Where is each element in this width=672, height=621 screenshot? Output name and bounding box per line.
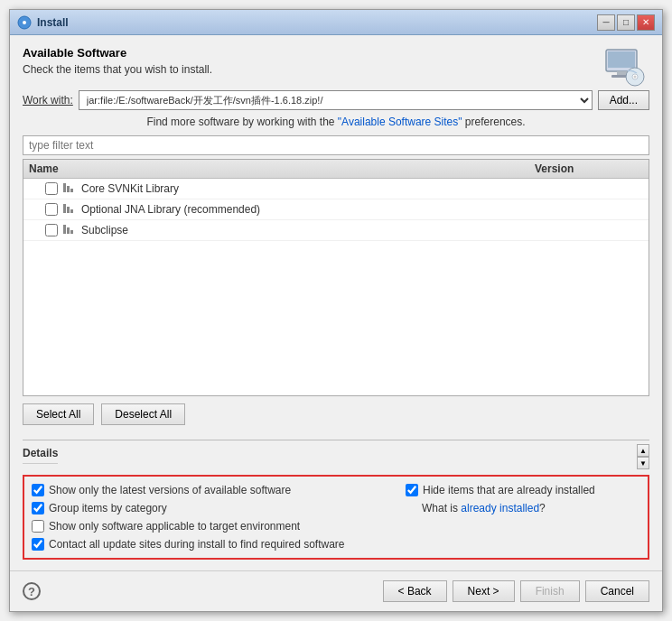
find-more-text: Find more software by working with the — [146, 116, 337, 128]
options-left-col: Show only the latest versions of availab… — [32, 484, 406, 551]
hide-installed-checkbox[interactable] — [406, 484, 418, 496]
show-applicable-label: Show only software applicable to target … — [49, 520, 300, 533]
scroll-down-button[interactable]: ▼ — [637, 457, 649, 469]
hide-installed-label: Hide items that are already installed — [423, 484, 595, 496]
section-subtitle: Check the items that you wish to install… — [23, 63, 212, 76]
window-title: Install — [37, 16, 597, 29]
option-hide-installed: Hide items that are already installed — [406, 484, 640, 496]
details-section: Details ▲ ▼ Show only the latest version… — [23, 432, 649, 560]
contact-sites-checkbox[interactable] — [32, 538, 44, 551]
option-contact-sites: Contact all update sites during install … — [32, 538, 406, 551]
contact-sites-label: Contact all update sites during install … — [49, 538, 345, 551]
row-icon-1 — [63, 183, 78, 194]
row-name-2: Optional JNA Library (recommended) — [81, 203, 535, 216]
group-items-checkbox[interactable] — [32, 502, 44, 514]
show-latest-label: Show only the latest versions of availab… — [49, 484, 291, 496]
svg-point-8 — [634, 76, 637, 79]
row-checkbox-2[interactable] — [45, 203, 58, 216]
table-row: Subclipse — [23, 220, 649, 241]
row-name-3: Subclipse — [81, 224, 535, 236]
already-installed-link[interactable]: already installed — [461, 502, 539, 514]
filter-input[interactable] — [23, 135, 649, 155]
next-button[interactable]: Next > — [453, 580, 515, 602]
cancel-button[interactable]: Cancel — [585, 580, 649, 602]
select-all-button[interactable]: Select All — [23, 403, 94, 425]
section-title: Available Software — [23, 46, 212, 60]
work-with-select[interactable]: jar:file:/E:/softwareBack/开发工作/svn插件-1.6… — [79, 90, 593, 110]
col-name-header: Name — [29, 162, 535, 175]
table-row: Core SVNKit Library — [23, 179, 649, 199]
table-row: Optional JNA Library (recommended) — [23, 199, 649, 220]
row-icon-2 — [63, 204, 78, 215]
maximize-button[interactable]: □ — [617, 14, 635, 31]
row-checkbox-3[interactable] — [45, 224, 58, 236]
what-is-installed-row: What is already installed? — [406, 502, 640, 514]
install-graphic — [599, 48, 646, 90]
window-icon — [17, 15, 32, 30]
title-bar-buttons: ─ □ ✕ — [597, 14, 655, 31]
close-button[interactable]: ✕ — [637, 14, 655, 31]
details-title: Details — [23, 447, 58, 464]
row-icon-3 — [63, 225, 78, 236]
scroll-up-button[interactable]: ▲ — [637, 444, 649, 457]
work-with-combo-wrapper: jar:file:/E:/softwareBack/开发工作/svn插件-1.6… — [79, 90, 593, 110]
row-checkbox-1[interactable] — [45, 182, 58, 195]
header-area: Available Software Check the items that … — [23, 46, 649, 135]
svg-rect-3 — [608, 51, 635, 68]
group-items-label: Group items by category — [49, 502, 167, 514]
find-more-suffix: preferences. — [462, 116, 526, 128]
work-with-label: Work with: — [23, 94, 73, 107]
col-version-header: Version — [535, 162, 643, 175]
find-more-row: Find more software by working with the "… — [23, 116, 649, 128]
what-is-text: What is already installed? — [422, 502, 546, 514]
option-show-applicable: Show only software applicable to target … — [32, 520, 406, 533]
svg-point-1 — [23, 21, 26, 24]
show-applicable-checkbox[interactable] — [32, 520, 44, 533]
footer-buttons: < Back Next > Finish Cancel — [383, 580, 649, 602]
finish-button[interactable]: Finish — [520, 580, 580, 602]
minimize-button[interactable]: ─ — [597, 14, 615, 31]
work-with-row: Work with: jar:file:/E:/softwareBack/开发工… — [23, 90, 649, 110]
title-bar: Install ─ □ ✕ — [10, 10, 662, 35]
main-content: Available Software Check the items that … — [10, 35, 662, 570]
details-divider — [23, 440, 649, 440]
options-right-col: Hide items that are already installed Wh… — [406, 484, 640, 551]
row-name-1: Core SVNKit Library — [81, 182, 535, 195]
add-button[interactable]: Add... — [598, 90, 649, 110]
option-show-latest: Show only the latest versions of availab… — [32, 484, 406, 496]
available-software-sites-link[interactable]: "Available Software Sites" — [338, 116, 462, 128]
install-window: Install ─ □ ✕ Available Software Check t… — [9, 9, 663, 612]
software-table: Name Version Core SVNKit Library — [23, 159, 649, 396]
show-latest-checkbox[interactable] — [32, 484, 44, 496]
select-deselect-row: Select All Deselect All — [23, 396, 649, 432]
back-button[interactable]: < Back — [383, 580, 447, 602]
deselect-all-button[interactable]: Deselect All — [101, 403, 185, 425]
help-button[interactable]: ? — [23, 582, 41, 600]
table-header: Name Version — [23, 160, 649, 179]
option-group-items: Group items by category — [32, 502, 406, 514]
footer: ? < Back Next > Finish Cancel — [10, 570, 662, 611]
options-area: Show only the latest versions of availab… — [23, 475, 649, 560]
